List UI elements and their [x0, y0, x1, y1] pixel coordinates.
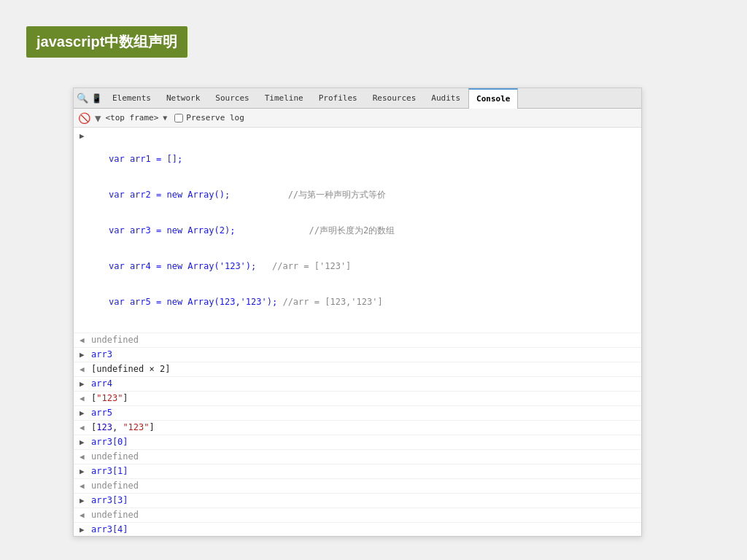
result-arrow: ◀: [80, 363, 91, 376]
console-row: ▶ arr3[1]: [74, 464, 641, 479]
expand-arrow[interactable]: ▶: [80, 524, 91, 536]
tab-console[interactable]: Console: [468, 88, 518, 109]
input-value: arr3[3]: [91, 494, 638, 506]
result-value: [undefined × 2]: [91, 363, 638, 375]
code-line: var arr1 = [];: [109, 153, 638, 166]
input-value: arr3[4]: [91, 524, 638, 535]
tab-timeline[interactable]: Timeline: [258, 88, 311, 109]
result-value: undefined: [91, 334, 638, 346]
result-arrow: ◀: [80, 509, 91, 521]
console-row: ▶ arr3: [74, 348, 641, 362]
tab-resources[interactable]: Resources: [365, 88, 425, 109]
input-value: arr3: [91, 349, 638, 360]
search-icon[interactable]: 🔍: [77, 93, 88, 104]
console-row: ▶ arr5: [74, 406, 641, 421]
console-row: ◀ undefined: [74, 333, 641, 348]
tab-elements[interactable]: Elements: [105, 88, 159, 109]
title-text: javascript中数组声明: [36, 34, 177, 50]
result-value: ["123"]: [91, 392, 638, 404]
tab-profiles[interactable]: Profiles: [311, 88, 365, 109]
frame-selector[interactable]: <top frame>: [105, 113, 158, 122]
result-value: undefined: [91, 480, 638, 491]
expand-arrow[interactable]: ▶: [80, 494, 91, 507]
expand-arrow[interactable]: ▶: [80, 436, 91, 448]
tab-audits[interactable]: Audits: [424, 88, 468, 109]
result-value: undefined: [91, 451, 638, 462]
console-row: ◀ [123, "123"]: [74, 421, 641, 435]
expand-arrow[interactable]: ▶: [80, 378, 91, 390]
title-banner: javascript中数组声明: [26, 26, 187, 58]
expand-arrow[interactable]: ▶: [80, 465, 91, 478]
input-value: arr5: [91, 407, 638, 419]
preserve-log-label: Preserve log: [186, 113, 244, 122]
console-row: ◀ undefined: [74, 508, 641, 523]
code-line: var arr5 = new Array(123,'123'); //arr =…: [109, 296, 638, 308]
devtools-panel: 🔍 📱 Elements Network Sources Timeline Pr…: [73, 88, 642, 537]
code-line: var arr4 = new Array('123'); //arr = ['1…: [109, 260, 638, 273]
result-arrow: ◀: [80, 421, 91, 434]
console-toolbar: 🚫 ▼ <top frame> ▼ Preserve log: [74, 109, 641, 128]
result-arrow: ◀: [80, 334, 91, 346]
code-line: var arr3 = new Array(2); //声明长度为2的数组: [109, 225, 638, 237]
expand-arrow[interactable]: ▶: [80, 349, 91, 361]
console-row: ▶ arr3[0]: [74, 435, 641, 450]
input-value: arr4: [91, 378, 638, 389]
clear-icon[interactable]: 🚫: [78, 112, 90, 124]
console-row: ◀ undefined: [74, 479, 641, 494]
console-row: ◀ [undefined × 2]: [74, 362, 641, 377]
console-row: ▶ arr3[4]: [74, 523, 641, 536]
code-line: var arr2 = new Array(); //与第一种声明方式等价: [109, 189, 638, 201]
result-value: undefined: [91, 509, 638, 521]
console-row: ◀ ["123"]: [74, 392, 641, 406]
preserve-log-area: Preserve log: [174, 113, 244, 122]
filter-icon[interactable]: ▼: [95, 112, 101, 124]
expand-arrow[interactable]: ▶: [80, 130, 91, 142]
expand-arrow[interactable]: ▶: [80, 407, 91, 419]
console-output: ▶ var arr1 = []; var arr2 = new Array();…: [74, 128, 641, 536]
tab-bar: 🔍 📱 Elements Network Sources Timeline Pr…: [74, 88, 641, 109]
console-row: ◀ undefined: [74, 450, 641, 464]
frame-dropdown-arrow[interactable]: ▼: [163, 114, 167, 122]
console-row: ▶ arr4: [74, 377, 641, 392]
tab-sources[interactable]: Sources: [208, 88, 257, 109]
device-icon[interactable]: 📱: [91, 93, 102, 104]
preserve-log-checkbox[interactable]: [174, 114, 183, 122]
input-value: arr3[1]: [91, 465, 638, 477]
input-value: arr3[0]: [91, 436, 638, 448]
console-row: ▶ var arr1 = []; var arr2 = new Array();…: [74, 128, 641, 333]
result-arrow: ◀: [80, 392, 91, 405]
tab-network[interactable]: Network: [159, 88, 208, 109]
result-arrow: ◀: [80, 451, 91, 463]
result-arrow: ◀: [80, 480, 91, 492]
code-block: var arr1 = []; var arr2 = new Array(); /…: [91, 130, 638, 332]
console-row: ▶ arr3[3]: [74, 494, 641, 508]
result-value: [123, "123"]: [91, 421, 638, 433]
